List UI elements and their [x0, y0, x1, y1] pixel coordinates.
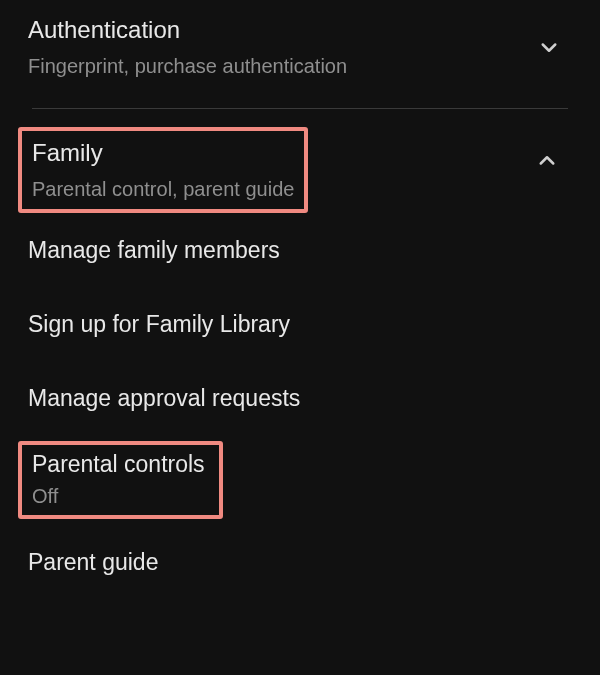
parental-controls[interactable]: Parental controls Off [10, 435, 590, 521]
item-label: Manage approval requests [28, 383, 572, 413]
chevron-down-icon [534, 32, 564, 62]
signup-family-library[interactable]: Sign up for Family Library [10, 287, 590, 361]
chevron-up-icon [532, 146, 562, 176]
manage-approval-requests[interactable]: Manage approval requests [10, 361, 590, 435]
family-section[interactable]: Family Parental control, parent guide [10, 109, 590, 213]
manage-family-members[interactable]: Manage family members [10, 213, 590, 287]
family-highlight: Family Parental control, parent guide [18, 127, 308, 213]
parental-controls-label: Parental controls [32, 449, 205, 479]
parental-controls-value: Off [32, 483, 205, 509]
parent-guide[interactable]: Parent guide [10, 521, 590, 599]
item-label: Parent guide [28, 547, 572, 577]
authentication-section[interactable]: Authentication Fingerprint, purchase aut… [10, 0, 590, 94]
parental-controls-highlight: Parental controls Off [18, 441, 223, 519]
family-title: Family [32, 137, 294, 169]
authentication-title: Authentication [28, 14, 530, 46]
item-label: Manage family members [28, 235, 572, 265]
authentication-subtitle: Fingerprint, purchase authentication [28, 52, 530, 80]
item-label: Sign up for Family Library [28, 309, 572, 339]
family-subtitle: Parental control, parent guide [32, 175, 294, 203]
